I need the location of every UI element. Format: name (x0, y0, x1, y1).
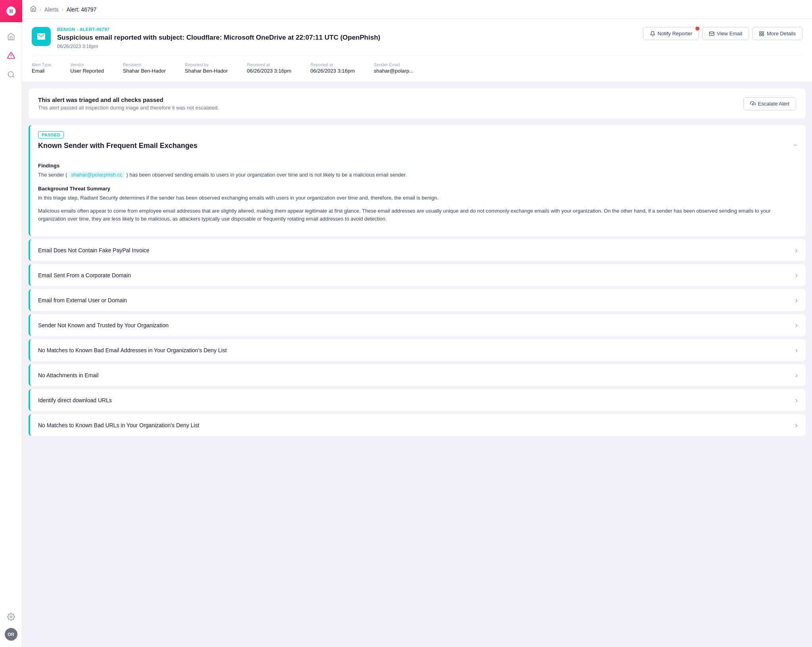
alert-header-left: BENIGN - ALERT-46797 Suspicious email re… (32, 27, 380, 49)
alert-header-top: BENIGN - ALERT-46797 Suspicious email re… (32, 27, 802, 49)
bell-icon (650, 31, 655, 36)
svg-rect-6 (760, 31, 761, 33)
alert-icon (7, 52, 15, 60)
check-card-no-bad-urls-title: No Matches to Known Bad URLs in Your Org… (38, 422, 199, 428)
meta-recipient-value: Shahar Ben-Hador (123, 68, 166, 74)
check-card-no-attachments-header[interactable]: No Attachments in Email (30, 364, 806, 386)
sidebar: OR (0, 0, 22, 647)
notify-reporter-button[interactable]: Notify Reporter (643, 27, 699, 40)
triage-text: This alert was triaged and all checks pa… (38, 96, 219, 111)
triage-title: This alert was triaged and all checks pa… (38, 96, 219, 103)
check-card-not-known-trusted-title: Sender Not Known and Trusted by Your Org… (38, 322, 169, 328)
check-card-no-deny-list-header[interactable]: No Matches to Known Bad Email Addresses … (30, 339, 806, 361)
check-card-direct-download: Identify direct download URLs (29, 389, 806, 411)
meta-sender-email-label: Sender Email (374, 62, 414, 67)
alerts-breadcrumb[interactable]: Alerts (44, 6, 59, 13)
check-card-not-known-trusted-header[interactable]: Sender Not Known and Trusted by Your Org… (30, 314, 806, 336)
findings-text: The sender ( shahar@polarphish.cc ) has … (38, 171, 798, 179)
meta-received-at-value: 06/26/2023 3:16pm (247, 68, 291, 74)
check-card-no-deny-list-title: No Matches to Known Bad Email Addresses … (38, 347, 227, 353)
search-icon (7, 71, 15, 79)
check-card-no-bad-urls: No Matches to Known Bad URLs in Your Org… (29, 414, 806, 436)
check-card-external-user: Email from External User or Domain (29, 289, 806, 311)
meta-received-at-label: Received at (247, 62, 291, 67)
check-card-direct-download-header[interactable]: Identify direct download URLs (30, 389, 806, 411)
sidebar-item-search[interactable] (3, 67, 19, 83)
meta-vendor: Vendor User Reported (70, 62, 104, 74)
meta-vendor-label: Vendor (70, 62, 104, 67)
svg-line-3 (12, 76, 14, 78)
view-email-label: View Email (717, 31, 742, 36)
sidebar-item-alerts[interactable] (3, 48, 19, 63)
alert-header-card: BENIGN - ALERT-46797 Suspicious email re… (22, 19, 812, 82)
svg-rect-9 (762, 34, 764, 36)
check-card-corporate-domain: Email Sent From a Corporate Domain (29, 264, 806, 286)
check-card-corporate-domain-header[interactable]: Email Sent From a Corporate Domain (30, 264, 806, 286)
meta-reported-at: Reported at 06/26/2023 3:16pm (310, 62, 355, 74)
list-icon (759, 31, 764, 36)
meta-alert-type-label: Alert Type (32, 62, 51, 67)
more-details-button[interactable]: More Details (752, 27, 802, 40)
sidebar-item-home[interactable] (3, 29, 19, 44)
alert-title-area: BENIGN - ALERT-46797 Suspicious email re… (57, 27, 380, 49)
svg-point-4 (10, 616, 12, 618)
meta-received-at: Received at 06/26/2023 3:16pm (247, 62, 291, 74)
chevron-right-icon (795, 395, 798, 405)
triage-subtitle: This alert passed all inspection during … (38, 105, 219, 111)
gear-icon (7, 613, 15, 621)
findings-text-pre: The sender ( (38, 172, 69, 178)
notify-reporter-label: Notify Reporter (658, 31, 692, 36)
check-card-no-attachments: No Attachments in Email (29, 364, 806, 386)
chevron-right-icon (795, 420, 798, 430)
chevron-right-icon (795, 246, 798, 255)
main-area: › Alerts › Alert: 46797 BENIGN - ALERT-4… (22, 0, 812, 647)
envelope-icon (709, 31, 714, 36)
chevron-right-icon (795, 271, 798, 280)
meta-reported-at-value: 06/26/2023 3:16pm (310, 68, 355, 74)
alert-badge: BENIGN - ALERT-46797 (57, 27, 380, 32)
check-card-known-sender: PASSED Known Sender with Frequent Email … (29, 125, 806, 236)
chevron-right-icon (795, 296, 798, 305)
check-card-external-user-header[interactable]: Email from External User or Domain (30, 289, 806, 311)
check-card-not-known-trusted: Sender Not Known and Trusted by Your Org… (29, 314, 806, 336)
home-breadcrumb[interactable] (30, 6, 36, 13)
meta-sender-email-value: shahar@polarp... (374, 68, 414, 74)
home-breadcrumb-icon (30, 6, 36, 12)
alert-type-icon (32, 27, 51, 46)
sidebar-bottom: OR (3, 603, 19, 647)
check-card-direct-download-title: Identify direct download URLs (38, 397, 112, 403)
home-icon (7, 33, 15, 40)
bg-threat-label: Background Threat Summary (38, 186, 798, 192)
passed-badge: PASSED (38, 131, 64, 138)
logo-icon (6, 6, 17, 17)
check-card-no-bad-urls-header[interactable]: No Matches to Known Bad URLs in Your Org… (30, 414, 806, 436)
check-card-no-attachments-title: No Attachments in Email (38, 372, 99, 378)
alert-title: Suspicious email reported with subject: … (57, 33, 380, 42)
check-card-external-user-title: Email from External User or Domain (38, 297, 127, 303)
breadcrumb-sep-2: › (62, 7, 63, 12)
sidebar-nav (3, 22, 19, 603)
notification-dot (695, 27, 699, 31)
meta-reported-by: Reported by Shahar Ben-Hador (185, 62, 228, 74)
chevron-down-icon (793, 140, 798, 148)
meta-sender-email: Sender Email shahar@polarp... (374, 62, 414, 74)
meta-alert-type-value: Email (32, 68, 51, 74)
alert-meta: Alert Type Email Vendor User Reported Re… (32, 56, 802, 74)
escalate-alert-button[interactable]: Escalate Alert (743, 97, 797, 110)
bg-text-1: In this triage step, Radiant Security de… (38, 194, 798, 202)
meta-recipient-label: Recipient (123, 62, 166, 67)
check-card-no-fake-paypal-header[interactable]: Email Does Not Contain Fake PayPal Invoi… (30, 239, 806, 261)
view-email-button[interactable]: View Email (702, 27, 749, 40)
user-avatar[interactable]: OR (5, 628, 17, 641)
findings-email-link[interactable]: shahar@polarphish.cc (69, 171, 125, 178)
breadcrumb-sep-1: › (40, 7, 41, 12)
check-main-title: Known Sender with Frequent Email Exchang… (38, 142, 197, 150)
sidebar-settings[interactable] (3, 609, 19, 625)
check-card-known-sender-header[interactable]: PASSED Known Sender with Frequent Email … (30, 125, 806, 163)
check-card-no-fake-paypal: Email Does Not Contain Fake PayPal Invoi… (29, 239, 806, 261)
breadcrumb: › Alerts › Alert: 46797 (22, 0, 812, 19)
meta-alert-type: Alert Type Email (32, 62, 51, 74)
chevron-right-icon (795, 371, 798, 380)
sidebar-logo[interactable] (0, 0, 22, 22)
escalate-label: Escalate Alert (758, 101, 790, 107)
